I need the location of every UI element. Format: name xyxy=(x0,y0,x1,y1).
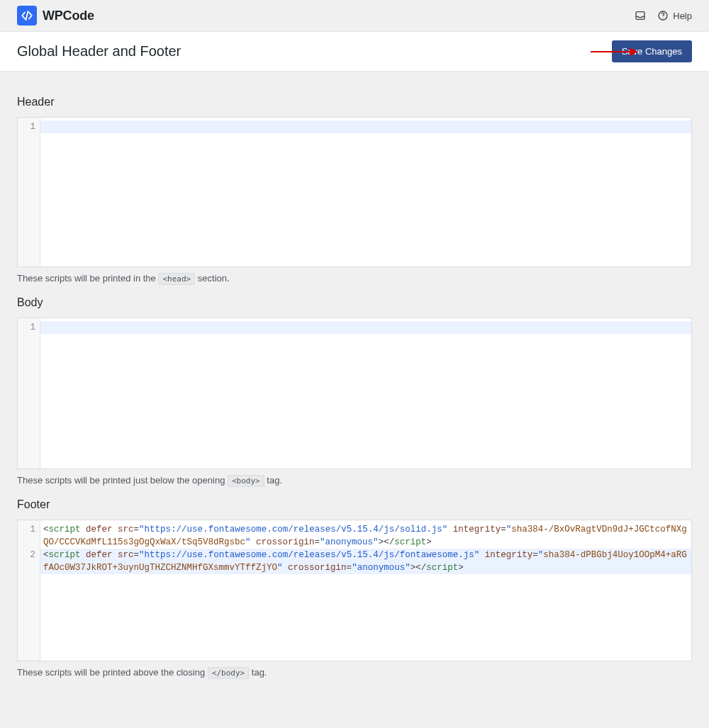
inbox-icon[interactable] xyxy=(634,9,647,22)
code-area[interactable] xyxy=(40,118,691,267)
main-content: Header 1 These scripts will be printed i… xyxy=(0,72,709,706)
logo-text: WPCode xyxy=(43,9,94,23)
logo-icon xyxy=(17,6,37,26)
help-label: Help xyxy=(673,11,692,21)
svg-point-3 xyxy=(663,18,664,18)
body-hint: These scripts will be printed just below… xyxy=(17,475,692,486)
svg-rect-1 xyxy=(636,12,644,20)
page-header: Global Header and Footer Save Changes xyxy=(0,31,709,72)
help-link[interactable]: Help xyxy=(657,9,692,22)
code-area[interactable] xyxy=(40,318,691,469)
gutter: 12 xyxy=(18,520,40,661)
page-title: Global Header and Footer xyxy=(17,43,181,60)
header-hint: These scripts will be printed in the <he… xyxy=(17,273,692,284)
header-section-title: Header xyxy=(17,96,692,108)
body-code-editor[interactable]: 1 xyxy=(17,318,692,469)
footer-hint: These scripts will be printed above the … xyxy=(17,667,692,678)
body-section-title: Body xyxy=(17,296,692,309)
footer-code-editor[interactable]: 12 <script defer src="https://use.fontaw… xyxy=(17,520,692,661)
topbar: WPCode Help xyxy=(0,0,709,31)
body-section: Body 1 These scripts will be printed jus… xyxy=(17,296,692,486)
help-icon xyxy=(657,9,669,22)
logo[interactable]: WPCode xyxy=(17,6,94,26)
footer-section: Footer 12 <script defer src="https://use… xyxy=(17,498,692,678)
arrow-annotation xyxy=(591,47,638,56)
gutter: 1 xyxy=(18,318,40,469)
footer-section-title: Footer xyxy=(17,498,692,511)
header-code-editor[interactable]: 1 xyxy=(17,117,692,267)
gutter: 1 xyxy=(18,118,40,267)
header-section: Header 1 These scripts will be printed i… xyxy=(17,96,692,284)
svg-line-0 xyxy=(26,11,28,20)
code-area[interactable]: <script defer src="https://use.fontaweso… xyxy=(40,520,691,661)
